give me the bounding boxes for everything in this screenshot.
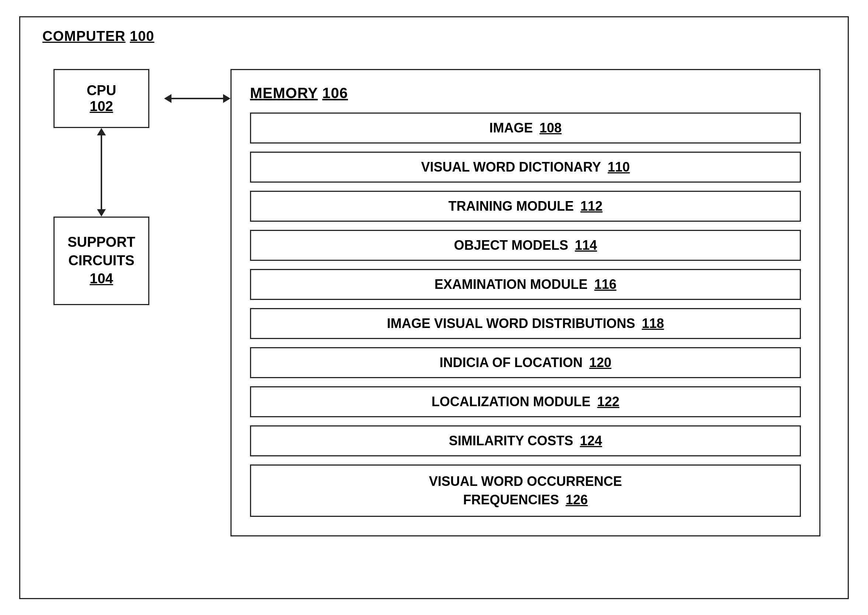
item-label-tm: TRAINING MODULE (448, 198, 574, 214)
memory-item-examination-module: EXAMINATION MODULE 116 (250, 269, 801, 300)
diagram-frame: COMPUTER 100 CPU 102 SUPPORT CIRCUITS (19, 16, 849, 599)
memory-ref-text: 106 (322, 85, 348, 101)
cpu-ref-text: 102 (90, 98, 113, 114)
vertical-arrow (53, 128, 150, 217)
computer-label: COMPUTER 100 (42, 28, 154, 44)
cpu-label-text: CPU (87, 83, 116, 98)
memory-item-indicia-location: INDICIA OF LOCATION 120 (250, 347, 801, 378)
memory-item-training-module: TRAINING MODULE 112 (250, 191, 801, 222)
item-ref-120: 120 (589, 355, 611, 370)
arrow-down-tip (97, 209, 106, 217)
item-label-vwof-line2: FREQUENCIES 126 (463, 491, 588, 509)
memory-items-list: IMAGE 108 VISUAL WORD DICTIONARY 110 TRA… (250, 112, 801, 517)
item-ref-112: 112 (580, 198, 603, 214)
item-label-il: INDICIA OF LOCATION (439, 355, 583, 370)
cpu-support-column: CPU 102 SUPPORT CIRCUITS 104 (39, 69, 164, 305)
memory-item-visual-word-dictionary: VISUAL WORD DICTIONARY 110 (250, 151, 801, 183)
support-label-text: SUPPORT CIRCUITS (67, 233, 135, 270)
cpu-box: CPU 102 (53, 69, 150, 128)
memory-item-image: IMAGE 108 (250, 112, 801, 144)
memory-label: MEMORY 106 (250, 85, 801, 101)
memory-frame: MEMORY 106 IMAGE 108 VISUAL WORD DICTION… (231, 69, 820, 537)
item-label-vwd: VISUAL WORD DICTIONARY (421, 159, 601, 175)
item-label-image: IMAGE (489, 120, 533, 136)
item-ref-118: 118 (642, 316, 664, 331)
support-ref-text: 104 (90, 270, 113, 288)
item-label-vwof-line1: VISUAL WORD OCCURRENCE (429, 472, 622, 491)
computer-ref: 100 (130, 28, 154, 44)
computer-label-text: COMPUTER (42, 28, 125, 44)
horizontal-arrow-area (164, 69, 231, 108)
memory-column: MEMORY 106 IMAGE 108 VISUAL WORD DICTION… (231, 69, 829, 537)
memory-item-localization-module: LOCALIZATION MODULE 122 (250, 386, 801, 417)
memory-item-similarity-costs: SIMILARITY COSTS 124 (250, 425, 801, 456)
horiz-arrow (164, 89, 231, 108)
arrow-right-tip (223, 94, 231, 103)
memory-label-text: MEMORY (250, 85, 318, 101)
memory-item-object-models: OBJECT MODELS 114 (250, 230, 801, 261)
item-label-sc: SIMILARITY COSTS (449, 433, 573, 449)
item-label-lm: LOCALIZATION MODULE (432, 394, 591, 409)
item-ref-110: 110 (608, 159, 630, 175)
memory-item-vwof: VISUAL WORD OCCURRENCE FREQUENCIES 126 (250, 465, 801, 517)
item-label-om: OBJECT MODELS (454, 237, 568, 253)
item-ref-124: 124 (580, 433, 602, 449)
item-ref-116: 116 (594, 277, 617, 292)
item-ref-122: 122 (597, 394, 619, 409)
item-label-ivwd: IMAGE VISUAL WORD DISTRIBUTIONS (387, 316, 635, 331)
item-ref-114: 114 (575, 237, 597, 253)
support-circuits-box: SUPPORT CIRCUITS 104 (53, 217, 150, 305)
item-ref-126: 126 (566, 492, 588, 507)
vert-line-segment (101, 136, 102, 209)
item-label-em: EXAMINATION MODULE (434, 277, 587, 292)
item-ref-108: 108 (539, 120, 562, 136)
arrow-up-tip (97, 128, 106, 136)
main-layout: CPU 102 SUPPORT CIRCUITS 104 (39, 32, 829, 583)
horiz-line (171, 98, 223, 99)
arrow-left-tip (164, 94, 171, 103)
memory-item-image-vwd: IMAGE VISUAL WORD DISTRIBUTIONS 118 (250, 308, 801, 339)
